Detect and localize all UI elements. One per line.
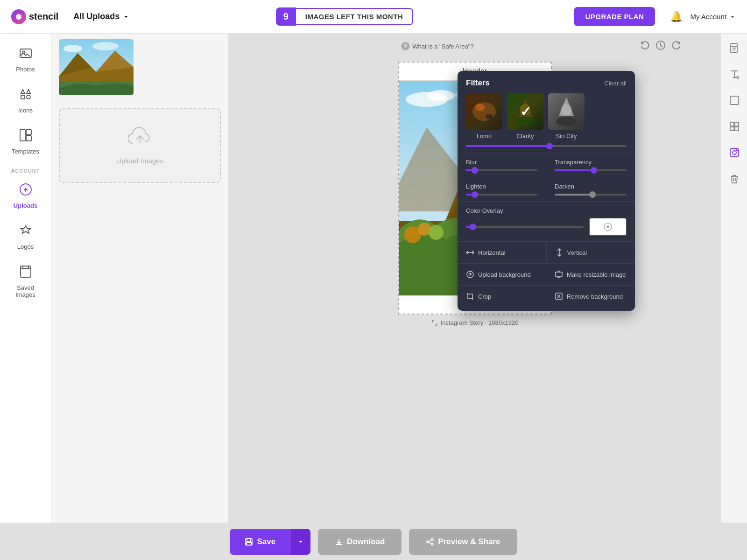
text-tool-button[interactable] (727, 67, 741, 84)
lighten-label: Lighten (466, 183, 537, 190)
notifications-icon[interactable]: 🔔 (670, 11, 683, 23)
svg-point-29 (429, 225, 444, 240)
sidebar-item-photos[interactable]: Photos (5, 41, 47, 78)
history-button[interactable] (654, 38, 668, 55)
header-right: 🔔 My Account (670, 11, 736, 23)
undo-button[interactable] (638, 38, 652, 55)
sidebar-item-logos-label: Logos (17, 243, 34, 250)
sidebar-item-uploads[interactable]: Uploads (5, 177, 47, 215)
color-overlay-track[interactable] (466, 226, 584, 228)
grid-tool-button[interactable] (727, 119, 741, 136)
redo-button[interactable] (669, 38, 684, 55)
account-menu[interactable]: My Account (690, 13, 736, 21)
upload-thumbnail[interactable] (59, 39, 134, 95)
upgrade-plan-button[interactable]: UPGRADE PLAN (574, 7, 655, 26)
filter-thumb-clarity[interactable]: ✓ Clarity (507, 93, 543, 140)
svg-rect-8 (21, 266, 31, 277)
flip-section: Horizontal Vertical (458, 241, 635, 263)
blur-track[interactable] (466, 169, 537, 171)
photos-icon (19, 47, 32, 63)
uploads-icon (19, 183, 32, 199)
filter-track[interactable] (466, 145, 627, 147)
lighten-group: Lighten (458, 177, 546, 201)
filter-thumb-lomo[interactable]: Lomo (466, 93, 502, 140)
color-picker-icon (603, 222, 613, 231)
sincity-thumb-image (548, 93, 585, 130)
svg-point-43 (520, 104, 531, 115)
download-button[interactable]: Download (318, 529, 402, 555)
logos-icon (19, 224, 32, 240)
svg-point-61 (733, 151, 736, 154)
lighten-darken-row: Lighten Darken (458, 177, 635, 201)
sidebar: Photos Icons Templates ACCOUNT Uploads (0, 34, 51, 523)
safe-area-hint[interactable]: ? What is a "Safe Area"? (401, 42, 473, 50)
transparency-thumb[interactable] (591, 167, 597, 174)
lomo-filter-label: Lomo (477, 133, 492, 140)
social-tool-button[interactable] (727, 146, 741, 162)
blur-group: Blur (458, 153, 546, 177)
sidebar-item-templates[interactable]: Templates (5, 123, 47, 161)
uploads-thumbnails (51, 34, 228, 101)
upload-images-area[interactable]: Upload Images (59, 108, 221, 183)
logo: stencil (11, 9, 58, 24)
flip-vertical-button[interactable]: Vertical (547, 242, 635, 263)
resizable-icon (555, 270, 563, 279)
darken-thumb[interactable] (589, 191, 596, 198)
color-preview-box[interactable] (589, 218, 627, 236)
svg-point-19 (427, 90, 455, 101)
sincity-filter-label: Sin City (556, 133, 577, 140)
sidebar-item-logos[interactable]: Logos (5, 218, 47, 256)
save-dropdown-button[interactable] (290, 529, 310, 555)
crop-button[interactable]: Crop (458, 286, 546, 307)
content-area: Upload Images ? What is a "Safe Area"? (51, 34, 747, 523)
sidebar-item-templates-label: Templates (12, 148, 39, 155)
sidebar-item-icons-label: Icons (18, 107, 33, 114)
account-section-label: ACCOUNT (7, 168, 44, 174)
make-resizable-button[interactable]: Make resizable image (546, 264, 635, 286)
preview-share-button[interactable]: Preview & Share (409, 529, 517, 555)
file-tool-button[interactable] (727, 41, 741, 58)
sidebar-item-icons[interactable]: Icons (5, 82, 47, 119)
filter-thumbnails: Lomo ✓ (458, 93, 635, 145)
filter-actions-grid: Upload background Make resizable image C… (458, 263, 635, 307)
save-button[interactable]: Save (230, 529, 290, 555)
uploads-dropdown[interactable]: All Uploads (73, 12, 130, 21)
svg-rect-55 (730, 96, 739, 105)
filters-title: Filters (466, 78, 490, 88)
flip-horizontal-button[interactable]: Horizontal (458, 242, 547, 263)
svg-point-11 (92, 42, 119, 50)
svg-rect-51 (556, 272, 562, 277)
svg-rect-2 (21, 95, 25, 99)
darken-track[interactable] (555, 194, 627, 196)
clear-all-button[interactable]: Clear all (604, 80, 627, 87)
checkmark-icon: ✓ (520, 104, 531, 119)
filter-thumb[interactable] (546, 143, 553, 149)
svg-rect-56 (730, 122, 734, 126)
save-button-group: Save (230, 529, 310, 555)
lomo-thumb-image (466, 93, 502, 130)
transparency-track[interactable] (555, 169, 627, 171)
selected-overlay: ✓ (507, 93, 543, 130)
filter-intensity-slider (458, 145, 635, 153)
remove-background-button[interactable]: Remove background (546, 286, 635, 307)
svg-point-62 (736, 150, 737, 151)
delete-tool-button[interactable] (727, 172, 741, 189)
filter-fill (466, 145, 554, 147)
sidebar-item-uploads-label: Uploads (14, 202, 37, 209)
svg-rect-5 (26, 130, 31, 135)
filter-thumb-sincity[interactable]: Sin City (548, 93, 585, 140)
saved-icon (19, 265, 32, 281)
blur-thumb[interactable] (472, 167, 478, 174)
svg-rect-59 (735, 127, 739, 131)
icons-icon (19, 88, 32, 104)
sidebar-item-saved[interactable]: Saved Images (5, 259, 47, 304)
flip-horizontal-icon (466, 248, 474, 257)
blur-label: Blur (466, 159, 537, 166)
color-overlay-thumb[interactable] (470, 224, 476, 230)
logo-icon (11, 9, 26, 24)
upload-background-button[interactable]: Upload background (458, 264, 546, 286)
shape-tool-button[interactable] (727, 93, 741, 110)
lighten-track[interactable] (466, 194, 537, 196)
filters-panel: Filters Clear all (458, 71, 635, 311)
lighten-thumb[interactable] (472, 191, 478, 198)
